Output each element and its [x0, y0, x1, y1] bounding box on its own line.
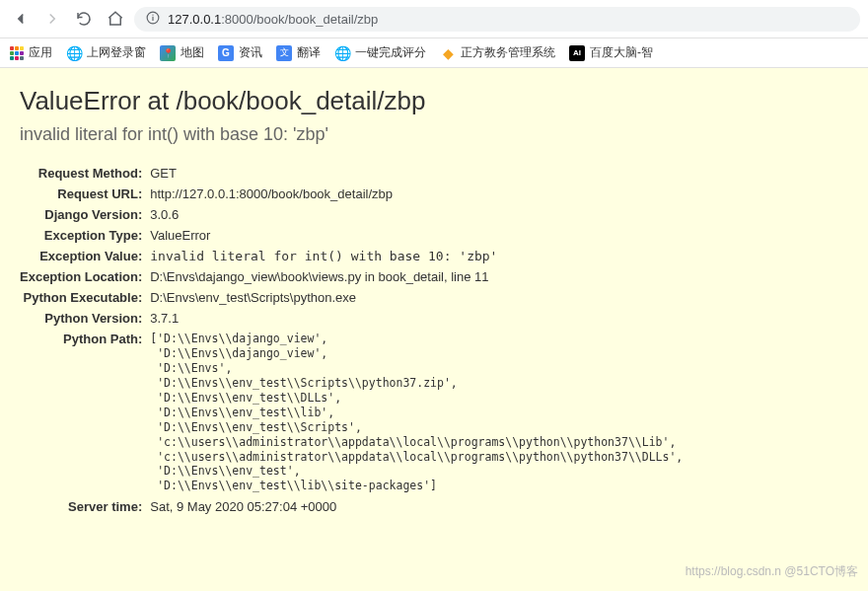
error-meta-table: Request Method:GET Request URL:http://12…	[20, 163, 683, 517]
bookmark-item[interactable]: 🌐一键完成评分	[334, 44, 426, 61]
browser-toolbar: 127.0.0.1:8000/book/book_detail/zbp	[0, 0, 868, 38]
watermark: https://blog.csdn.n @51CTO博客	[686, 563, 858, 580]
ai-icon: AI	[569, 45, 585, 61]
bookmark-item[interactable]: 文翻译	[276, 44, 321, 61]
meta-value: 3.0.6	[150, 204, 683, 225]
django-error-page: ValueError at /book/book_detail/zbp inva…	[0, 68, 868, 591]
news-icon: G	[218, 45, 234, 61]
error-message: invalid literal for int() with base 10: …	[20, 124, 848, 145]
meta-label: Python Path:	[20, 329, 150, 496]
bookmark-item[interactable]: ◆正方教务管理系统	[440, 44, 555, 61]
meta-label: Django Version:	[20, 204, 150, 225]
meta-value: ['D:\\Envs\\dajango_view', 'D:\\Envs\\da…	[150, 329, 683, 496]
apps-label: 应用	[29, 44, 52, 61]
bookmarks-bar: 应用 🌐上网登录窗 📍地图 G资讯 文翻译 🌐一键完成评分 ◆正方教务管理系统 …	[0, 38, 868, 68]
apps-icon	[10, 46, 24, 60]
bookmark-item[interactable]: 📍地图	[160, 44, 204, 61]
forward-button[interactable]	[39, 6, 65, 32]
globe-icon: 🌐	[66, 45, 82, 61]
bookmark-item[interactable]: 🌐上网登录窗	[66, 44, 146, 61]
home-button[interactable]	[103, 6, 128, 32]
reload-button[interactable]	[71, 6, 97, 32]
translate-icon: 文	[276, 45, 292, 61]
meta-value: ValueError	[150, 225, 683, 246]
meta-label: Request URL:	[20, 184, 150, 204]
address-bar[interactable]: 127.0.0.1:8000/book/book_detail/zbp	[134, 7, 860, 32]
meta-label: Exception Type:	[20, 225, 150, 246]
meta-label: Exception Location:	[20, 266, 150, 287]
svg-point-2	[152, 14, 153, 15]
bookmark-item[interactable]: G资讯	[218, 44, 262, 61]
url-text: 127.0.0.1:8000/book/book_detail/zbp	[168, 12, 378, 27]
meta-label: Python Executable:	[20, 287, 150, 308]
meta-label: Server time:	[20, 496, 150, 517]
back-button[interactable]	[8, 6, 34, 32]
meta-value: invalid literal for int() with base 10: …	[150, 246, 683, 266]
meta-label: Python Version:	[20, 308, 150, 329]
bookmark-item[interactable]: AI百度大脑-智	[569, 44, 653, 61]
apps-button[interactable]: 应用	[10, 44, 52, 61]
python-path-list: ['D:\\Envs\\dajango_view', 'D:\\Envs\\da…	[150, 332, 683, 493]
meta-value: 3.7.1	[150, 308, 683, 329]
meta-value: D:\Envs\dajango_view\book\views.py in bo…	[150, 266, 683, 287]
meta-label: Exception Value:	[20, 246, 150, 266]
maps-icon: 📍	[160, 45, 176, 61]
meta-label: Request Method:	[20, 163, 150, 184]
meta-value: GET	[150, 163, 683, 184]
info-icon	[146, 11, 160, 28]
meta-value: Sat, 9 May 2020 05:27:04 +0000	[150, 496, 683, 517]
meta-value: http://127.0.0.1:8000/book/book_detail/z…	[150, 184, 683, 204]
meta-value: D:\Envs\env_test\Scripts\python.exe	[150, 287, 683, 308]
globe-icon: 🌐	[334, 45, 350, 61]
error-title: ValueError at /book/book_detail/zbp	[20, 86, 848, 116]
cube-icon: ◆	[440, 45, 456, 61]
